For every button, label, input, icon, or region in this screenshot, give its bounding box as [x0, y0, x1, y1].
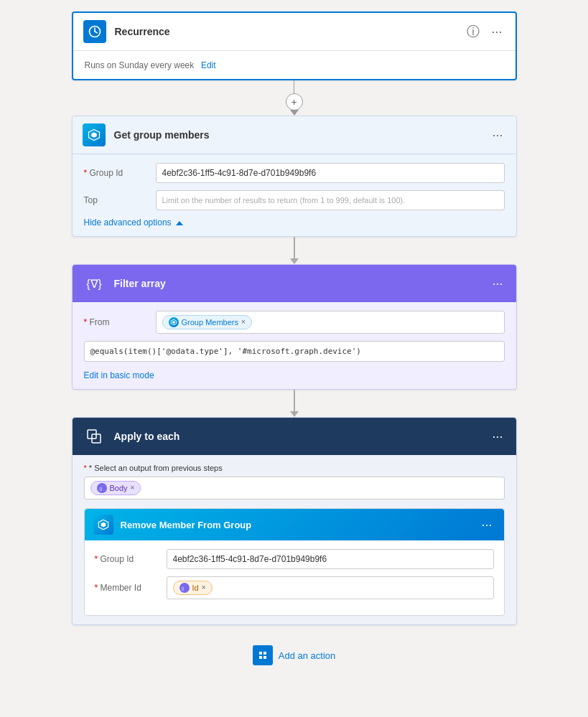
recurrence-more-button[interactable]: ···: [488, 24, 505, 39]
recurrence-icon: [83, 20, 106, 43]
expression-input[interactable]: [84, 341, 505, 362]
member-id-label: Member Id: [95, 583, 167, 593]
id-token-icon: {}: [179, 583, 190, 593]
group-members-token-icon: [169, 317, 179, 327]
add-action-icon: [253, 645, 273, 665]
id-token[interactable]: {} Id ×: [173, 581, 213, 595]
filter-array-card: {∇} Filter array ··· From Group Members …: [72, 264, 517, 390]
group-members-token-close[interactable]: ×: [241, 319, 246, 326]
from-token-container[interactable]: Group Members ×: [156, 311, 505, 334]
from-label: From: [84, 317, 156, 327]
top-input[interactable]: [156, 190, 505, 210]
filter-more-button[interactable]: ···: [489, 276, 505, 291]
apply-to-each-card: Apply to each ··· * * Select an output f…: [72, 417, 517, 625]
svg-rect-15: [263, 652, 266, 655]
connector-3: [290, 390, 299, 417]
svg-rect-7: [83, 426, 105, 447]
remove-member-icon: [93, 515, 113, 535]
inner-group-id-label: Group Id: [95, 554, 167, 564]
connector-2: [290, 237, 299, 264]
add-step-button-1[interactable]: +: [286, 93, 303, 111]
svg-text:{}: {}: [181, 586, 184, 591]
svg-marker-6: [172, 321, 175, 324]
recurrence-title: Recurrence: [115, 26, 465, 37]
recurrence-edit-link[interactable]: Edit: [201, 60, 216, 70]
remove-member-card: Remove Member From Group ··· Group Id Me…: [84, 508, 505, 616]
svg-rect-16: [259, 656, 262, 659]
remove-member-more-button[interactable]: ···: [478, 517, 495, 533]
apply-to-each-title: Apply to each: [114, 431, 490, 442]
svg-rect-14: [259, 652, 262, 655]
member-id-token-container[interactable]: {} Id ×: [167, 576, 494, 599]
hide-advanced-toggle[interactable]: Hide advanced options: [84, 217, 505, 228]
get-group-more-button[interactable]: ···: [489, 127, 505, 143]
apply-more-button[interactable]: ···: [489, 428, 505, 444]
group-id-label: Group Id: [84, 168, 156, 178]
apply-to-each-header: Apply to each ···: [73, 418, 516, 455]
edit-basic-link[interactable]: Edit in basic mode: [84, 370, 154, 380]
add-action-area: Add an action: [253, 639, 336, 665]
recurrence-card: Recurrence ⓘ ··· Runs on Sunday every we…: [72, 11, 517, 80]
select-output-label: * * Select an output from previous steps: [84, 464, 505, 472]
remove-member-header: Remove Member From Group ···: [85, 509, 504, 540]
recurrence-info-button[interactable]: ⓘ: [464, 24, 482, 39]
get-group-members-card: Get group members ··· Group Id Top Hide …: [72, 116, 517, 237]
get-group-title: Get group members: [114, 129, 490, 141]
id-token-close[interactable]: ×: [202, 584, 206, 591]
filter-array-header: {∇} Filter array ···: [73, 265, 516, 302]
apply-icon: [83, 425, 106, 448]
add-action-label: Add an action: [279, 650, 336, 661]
chevron-up-icon: [176, 217, 183, 228]
svg-text:{∇}: {∇}: [86, 278, 102, 290]
body-token-icon: {}: [97, 483, 107, 493]
group-id-input[interactable]: [156, 163, 505, 183]
svg-marker-12: [101, 522, 106, 528]
svg-rect-17: [263, 656, 266, 659]
filter-array-title: Filter array: [114, 278, 490, 289]
add-action-button[interactable]: Add an action: [253, 645, 336, 665]
inner-group-id-input[interactable]: [167, 549, 494, 569]
connector-1: +: [286, 80, 303, 116]
svg-text:{}: {}: [99, 486, 102, 491]
group-members-token[interactable]: Group Members ×: [162, 315, 252, 329]
svg-marker-2: [91, 132, 97, 138]
recurrence-runs-text: Runs on Sunday every week: [85, 60, 195, 70]
get-group-icon: [83, 123, 106, 146]
body-token[interactable]: {} Body ×: [90, 481, 141, 495]
top-label: Top: [84, 195, 156, 205]
remove-member-title: Remove Member From Group: [121, 520, 479, 530]
body-token-close[interactable]: ×: [131, 484, 135, 492]
body-token-container[interactable]: {} Body ×: [84, 477, 505, 500]
filter-icon: {∇}: [83, 272, 106, 295]
